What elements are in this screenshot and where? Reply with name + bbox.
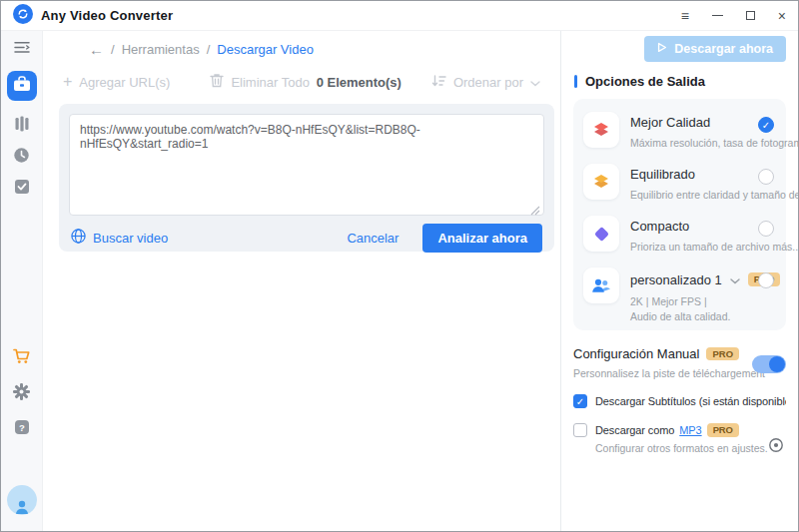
- balanced-icon: [583, 164, 619, 200]
- radio-selected[interactable]: [758, 117, 774, 133]
- option-custom[interactable]: personalizado 1 PRO 2K | Mejor FPS | Aud…: [583, 267, 776, 322]
- menu-icon[interactable]: ≡: [681, 9, 689, 23]
- toggle-knob: [769, 356, 785, 372]
- video-toolbox-icon: [13, 76, 31, 96]
- mp3-checkbox-row[interactable]: Descargar como MP3 PRO: [573, 423, 786, 437]
- mp3-checkbox[interactable]: [573, 423, 587, 437]
- chevron-down-icon[interactable]: [730, 270, 740, 288]
- option-name: Compacto: [630, 219, 776, 234]
- option-name: Equilibrado: [630, 167, 776, 182]
- search-video-link[interactable]: Buscar video: [71, 229, 168, 247]
- best-quality-icon: [583, 112, 619, 148]
- option-desc-line2: Audio de alta calidad.: [630, 310, 776, 322]
- radio-unselected[interactable]: [758, 169, 774, 185]
- mp3-section: Descargar como MP3 PRO Configurar otros …: [573, 423, 786, 454]
- sidebar-item-tasks[interactable]: [14, 179, 30, 195]
- collapse-menu-icon[interactable]: [14, 40, 30, 58]
- output-options-header: Opciones de Salida: [574, 74, 786, 89]
- main-content: ← / Herramientas / Descargar Video + Agr…: [43, 31, 560, 531]
- plus-icon: +: [63, 74, 72, 90]
- breadcrumb-separator: /: [111, 42, 115, 57]
- compact-icon: [583, 216, 619, 252]
- analyze-now-button[interactable]: Analizar ahora: [422, 224, 542, 253]
- element-count: 0 Elemento(s): [317, 75, 401, 90]
- breadcrumb-current: Descargar Video: [217, 42, 314, 57]
- gear-icon[interactable]: [13, 383, 30, 404]
- option-best-quality[interactable]: Mejor Calidad Máxima resolución, tasa de…: [583, 112, 776, 149]
- sidebar-item-history[interactable]: [13, 147, 30, 164]
- subtitles-checkbox-row[interactable]: Descargar Subtítulos (si están disponibl…: [573, 394, 786, 408]
- breadcrumb-separator: /: [207, 42, 211, 57]
- manual-config-title: Configuración Manual: [573, 346, 699, 361]
- list-toolbar: + Agregar URL(s) Eliminar Todo 0 Element…: [63, 73, 540, 91]
- option-desc-line1: 2K | Mejor FPS |: [630, 295, 776, 307]
- subtitles-label: Descargar Subtítulos (si están disponibl…: [595, 395, 786, 407]
- url-input[interactable]: https://www.youtube.com/watch?v=B8Q-nHfE…: [69, 114, 544, 216]
- app-title: Any Video Converter: [41, 8, 173, 23]
- help-icon[interactable]: ?: [14, 419, 30, 439]
- play-icon: [657, 42, 667, 56]
- minimize-icon[interactable]: [712, 15, 723, 16]
- mp3-label-prefix: Descargar como: [595, 424, 674, 436]
- add-urls-label: Agregar URL(s): [79, 75, 170, 90]
- globe-icon: [71, 229, 86, 247]
- sidebar: ?: [1, 31, 43, 531]
- search-video-label: Buscar video: [93, 231, 168, 246]
- breadcrumb: ← / Herramientas / Descargar Video: [89, 41, 560, 58]
- subtitles-checkbox[interactable]: [573, 394, 587, 408]
- app-window: Any Video Converter ≡ ×: [0, 0, 799, 532]
- advanced-settings-icon[interactable]: [768, 437, 784, 457]
- sort-by-label: Ordenar por: [453, 75, 523, 90]
- trash-icon: [210, 73, 224, 91]
- delete-all-button[interactable]: Eliminar Todo: [210, 73, 310, 91]
- download-now-button[interactable]: Descargar ahora: [644, 36, 786, 62]
- option-balanced[interactable]: Equilibrado Equilibrio entre claridad y …: [583, 164, 776, 201]
- chevron-down-icon: [530, 75, 540, 90]
- sort-by-dropdown[interactable]: Ordenar por: [431, 75, 540, 90]
- cancel-button[interactable]: Cancelar: [347, 231, 399, 246]
- manual-config-toggle[interactable]: [752, 355, 786, 373]
- option-compact[interactable]: Compacto Prioriza un tamaño de archivo m…: [583, 216, 776, 253]
- option-name: personalizado 1: [630, 272, 722, 287]
- back-arrow-icon[interactable]: ←: [89, 41, 104, 58]
- option-desc: Equilibrio entre claridad y tamaño del..…: [630, 189, 776, 201]
- option-name: Mejor Calidad: [630, 115, 776, 130]
- pro-badge: PRO: [706, 347, 739, 361]
- add-urls-button[interactable]: + Agregar URL(s): [63, 74, 170, 90]
- accent-bar: [574, 75, 577, 88]
- mp3-link[interactable]: MP3: [679, 424, 701, 436]
- output-options-title: Opciones de Salida: [585, 74, 705, 89]
- delete-all-label: Eliminar Todo: [231, 75, 310, 90]
- svg-text:?: ?: [19, 422, 25, 433]
- sort-icon: [431, 75, 446, 90]
- close-icon[interactable]: ×: [778, 9, 786, 23]
- output-options-list: Mejor Calidad Máxima resolución, tasa de…: [573, 99, 786, 330]
- sidebar-item-library[interactable]: [15, 116, 29, 132]
- app-logo-icon: [13, 4, 33, 28]
- pro-badge: PRO: [707, 423, 739, 437]
- maximize-icon[interactable]: [746, 11, 755, 20]
- option-desc: Prioriza un tamaño de archivo más...: [630, 241, 776, 253]
- mp3-sub-desc: Configurar otros formatos en ajustes.: [595, 442, 786, 454]
- add-url-panel: https://www.youtube.com/watch?v=B8Q-nHfE…: [59, 104, 554, 252]
- account-avatar[interactable]: [7, 485, 37, 515]
- resize-handle[interactable]: [530, 202, 540, 220]
- radio-unselected[interactable]: [758, 221, 774, 237]
- option-desc: Máxima resolución, tasa de fotogramas ..…: [630, 137, 776, 149]
- manual-config-section: Configuración Manual PRO Personnalisez l…: [573, 346, 786, 379]
- sidebar-item-converter-active[interactable]: [7, 71, 37, 101]
- url-panel-footer: Buscar video Cancelar Analizar ahora: [69, 220, 544, 256]
- cart-icon[interactable]: [13, 348, 31, 368]
- breadcrumb-parent[interactable]: Herramientas: [122, 42, 200, 57]
- custom-profile-icon: [583, 267, 619, 303]
- output-panel: Descargar ahora Opciones de Salida Mejor…: [560, 31, 798, 531]
- download-now-label: Descargar ahora: [674, 42, 773, 56]
- titlebar: Any Video Converter ≡ ×: [1, 1, 798, 31]
- radio-unselected[interactable]: [758, 272, 774, 288]
